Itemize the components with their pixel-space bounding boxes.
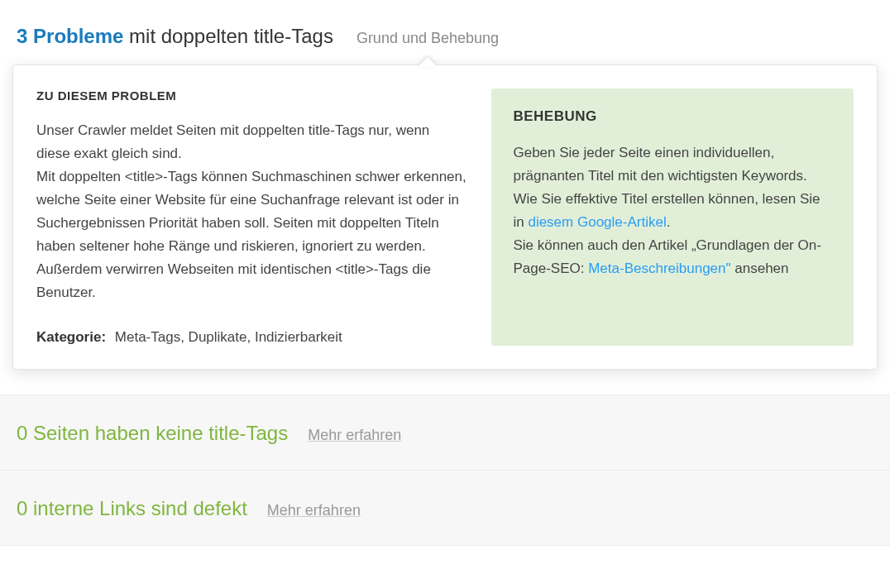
fix-heading: BEHEBUNG bbox=[513, 108, 832, 125]
about-paragraph-3: Außerdem verwirren Webseiten mit identis… bbox=[36, 258, 467, 304]
learn-more-link[interactable]: Mehr erfahren bbox=[267, 502, 361, 519]
issue-count: 3 bbox=[17, 25, 27, 47]
fix-paragraph: Geben Sie jeder Seite einen individuelle… bbox=[513, 141, 832, 280]
issue-row-no-title-tags[interactable]: 0 Seiten haben keine title-Tags Mehr erf… bbox=[0, 394, 890, 471]
tooltip-card: ZU DIESEM PROBLEM Unser Crawler meldet S… bbox=[12, 65, 878, 370]
fix-section: BEHEBUNG Geben Sie jeder Seite einen ind… bbox=[491, 88, 854, 346]
about-paragraph-1: Unser Crawler meldet Seiten mit doppelte… bbox=[36, 119, 467, 165]
issue-title: 3 Probleme mit doppelten title-Tags bbox=[17, 25, 333, 48]
google-article-link[interactable]: diesem Google-Artikel bbox=[528, 214, 666, 230]
issue-label: Probleme bbox=[33, 25, 123, 47]
category-label: Kategorie: bbox=[36, 329, 106, 345]
tooltip-pointer-icon bbox=[418, 57, 438, 67]
fix-intro: Geben Sie jeder Seite einen individuelle… bbox=[513, 145, 806, 184]
issue-title-rest: mit doppelten title-Tags bbox=[129, 25, 333, 47]
issue-header-row: 3 Probleme mit doppelten title-Tags Grun… bbox=[0, 0, 890, 65]
about-paragraph-2: Mit doppelten <title>-Tags können Suchma… bbox=[36, 165, 467, 258]
category-row: Kategorie: Meta-Tags, Duplikate, Indizie… bbox=[36, 329, 467, 346]
category-value: Meta-Tags, Duplikate, Indizierbarkeit bbox=[115, 329, 342, 345]
issue-row-broken-internal-links[interactable]: 0 interne Links sind defekt Mehr erfahre… bbox=[0, 471, 890, 546]
about-heading: ZU DIESEM PROBLEM bbox=[36, 88, 467, 103]
about-section: ZU DIESEM PROBLEM Unser Crawler meldet S… bbox=[36, 88, 467, 346]
meta-descriptions-link[interactable]: Meta-Beschreibungen" bbox=[588, 261, 730, 276]
fix-line3-b: ansehen bbox=[731, 261, 789, 276]
issue-row-title: 0 interne Links sind defekt bbox=[17, 497, 247, 520]
fix-line2-b: . bbox=[667, 214, 671, 230]
learn-more-link[interactable]: Mehr erfahren bbox=[308, 427, 401, 444]
tooltip-trigger[interactable]: Grund und Behebung bbox=[356, 30, 499, 47]
issue-row-title: 0 Seiten haben keine title-Tags bbox=[17, 422, 288, 445]
tooltip-trigger-label: Grund und Behebung bbox=[356, 30, 499, 46]
